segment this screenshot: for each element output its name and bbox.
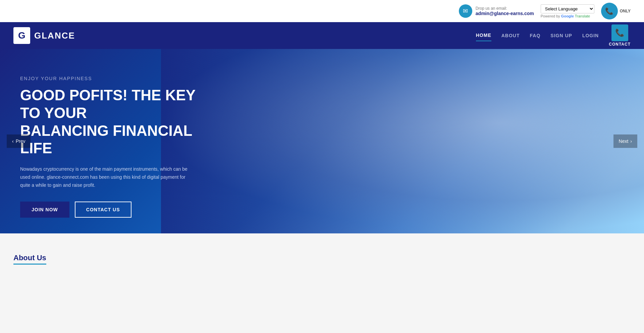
powered-by: Powered by Google Translate: [541, 14, 590, 18]
email-label: Drop us an email:: [476, 6, 534, 11]
join-now-button[interactable]: JOIN NOW: [20, 202, 69, 218]
hero-title-line2: BALANCING FINANCIAL LIFE: [20, 122, 192, 157]
email-icon: ✉: [459, 4, 472, 18]
email-address[interactable]: admin@glance-earns.com: [476, 11, 534, 16]
contact-icon: 📞: [611, 24, 628, 41]
nav-login[interactable]: LOGIN: [582, 30, 599, 41]
about-left: About Us: [13, 254, 215, 266]
nav-contact-label: CONTACT: [609, 42, 631, 47]
translate-section: Select Language English Spanish French G…: [541, 4, 594, 18]
hero-buttons: JOIN NOW CONTACT US: [20, 202, 215, 218]
prev-chevron-icon: ‹: [12, 138, 14, 144]
hero-description: Nowadays cryptocurrency is one of the ma…: [20, 165, 195, 189]
logo-text: GLANCE: [34, 31, 75, 41]
email-section: ✉ Drop us an email: admin@glance-earns.c…: [459, 4, 534, 18]
hero-content: ENJOY YOUR HAPPINESS GOOD POFITS! THE KE…: [0, 49, 235, 233]
phone-icon: 📞: [601, 3, 618, 19]
translate-text: Translate: [575, 14, 590, 18]
about-title: About Us: [13, 254, 46, 265]
nav-home[interactable]: HOME: [476, 30, 491, 41]
contact-us-button[interactable]: CONTACT US: [75, 202, 131, 218]
google-text: Google: [561, 14, 574, 18]
nav-about[interactable]: ABOUT: [501, 30, 520, 41]
language-select[interactable]: Select Language English Spanish French G…: [541, 4, 594, 13]
about-section: About Us: [0, 233, 644, 273]
hero-section: ‹ Prev ENJOY YOUR HAPPINESS GOOD POFITS!…: [0, 49, 644, 233]
top-bar: ✉ Drop us an email: admin@glance-earns.c…: [0, 0, 644, 22]
powered-by-text: Powered by: [541, 14, 560, 18]
hero-subtitle: ENJOY YOUR HAPPINESS: [20, 76, 215, 81]
prev-label: Prev: [16, 138, 25, 144]
logo-icon: G: [13, 27, 30, 44]
phone-section: 📞 ONLY: [601, 3, 631, 19]
about-right: [228, 254, 631, 266]
nav-faq[interactable]: FAQ: [530, 30, 541, 41]
nav-links: HOME ABOUT FAQ SIGN UP LOGIN 📞 CONTACT: [476, 24, 631, 47]
prev-arrow-button[interactable]: ‹ Prev: [7, 134, 31, 148]
nav-contact[interactable]: 📞 CONTACT: [609, 24, 631, 47]
next-label: Next: [619, 138, 629, 144]
next-arrow-button[interactable]: Next ›: [613, 134, 637, 148]
phone-only-label: ONLY: [620, 9, 631, 13]
nav-logo[interactable]: G GLANCE: [13, 27, 75, 44]
hero-title-line1: GOOD POFITS! THE KEY TO YOUR: [20, 87, 195, 121]
email-text-block: Drop us an email: admin@glance-earns.com: [476, 6, 534, 16]
nav-signup[interactable]: SIGN UP: [550, 30, 572, 41]
hero-title: GOOD POFITS! THE KEY TO YOUR BALANCING F…: [20, 87, 215, 157]
navbar: G GLANCE HOME ABOUT FAQ SIGN UP LOGIN 📞 …: [0, 22, 644, 49]
next-chevron-icon: ›: [630, 138, 632, 144]
